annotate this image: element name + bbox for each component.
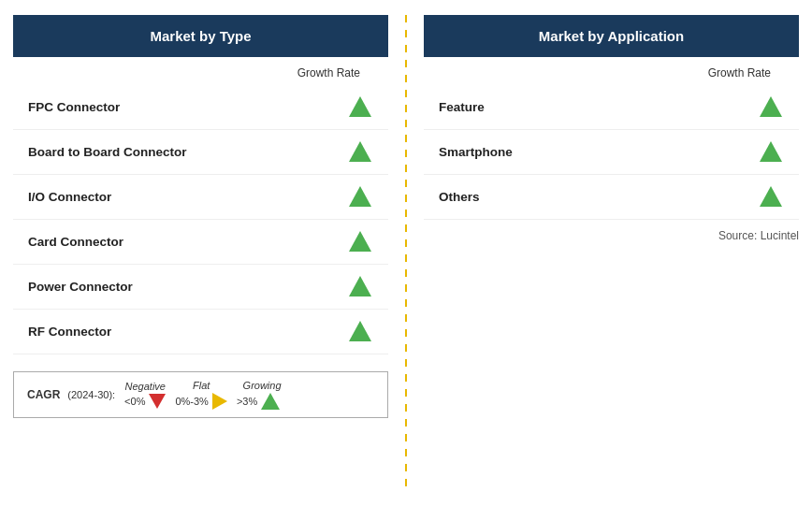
item-label-fpc: FPC Connector	[28, 100, 120, 114]
item-label-power: Power Connector	[28, 280, 133, 294]
list-item: Card Connector	[13, 220, 388, 265]
arrow-up-icon	[349, 321, 371, 341]
legend-negative-value: <0%	[124, 396, 145, 407]
arrow-up-icon	[349, 276, 371, 296]
legend-negative-label: Negative	[125, 381, 166, 392]
list-item: RF Connector	[13, 310, 388, 354]
item-label-btb: Board to Board Connector	[28, 145, 187, 159]
arrow-up-icon	[760, 96, 782, 117]
item-label-card: Card Connector	[28, 235, 123, 249]
legend-growing-value: >3%	[237, 396, 257, 407]
item-label-others: Others	[439, 190, 480, 204]
list-item: Board to Board Connector	[13, 130, 388, 175]
left-panel-header: Market by Type	[13, 15, 388, 57]
arrow-up-icon	[349, 141, 371, 162]
panel-divider	[405, 15, 407, 492]
arrow-up-icon	[760, 141, 782, 162]
left-growth-rate-label: Growth Rate	[13, 66, 388, 80]
list-item: Power Connector	[13, 265, 388, 310]
arrow-down-icon	[149, 394, 166, 409]
list-item: Smartphone	[424, 130, 799, 175]
arrow-up-icon	[349, 96, 371, 117]
right-panel: Market by Application Growth Rate Featur…	[424, 15, 799, 242]
arrow-up-icon	[349, 186, 371, 207]
legend-growing-label: Growing	[243, 380, 282, 391]
item-label-feature: Feature	[439, 100, 485, 114]
main-container: Market by Type Growth Rate FPC Connector…	[4, 6, 808, 501]
item-label-smartphone: Smartphone	[439, 145, 513, 159]
source-label: Source: Lucintel	[424, 220, 799, 242]
legend-flat-value: 0%-3%	[175, 396, 208, 407]
arrow-up-icon	[760, 186, 782, 207]
item-label-rf: RF Connector	[28, 325, 111, 339]
legend-box: CAGR (2024-30): Negative <0% Flat 0%-3% …	[13, 371, 388, 418]
list-item: FPC Connector	[13, 85, 388, 130]
right-growth-rate-label: Growth Rate	[424, 66, 799, 80]
list-item: Feature	[424, 85, 799, 130]
legend-cagr-label: CAGR (2024-30):	[27, 388, 115, 401]
arrow-right-icon	[212, 393, 227, 410]
item-label-io: I/O Connector	[28, 190, 111, 204]
arrow-up-icon	[349, 231, 371, 252]
list-item: I/O Connector	[13, 175, 388, 220]
list-item: Others	[424, 175, 799, 220]
arrow-up-icon	[261, 393, 280, 410]
right-panel-header: Market by Application	[424, 15, 799, 57]
legend-flat-label: Flat	[193, 380, 210, 391]
left-panel: Market by Type Growth Rate FPC Connector…	[13, 15, 388, 418]
